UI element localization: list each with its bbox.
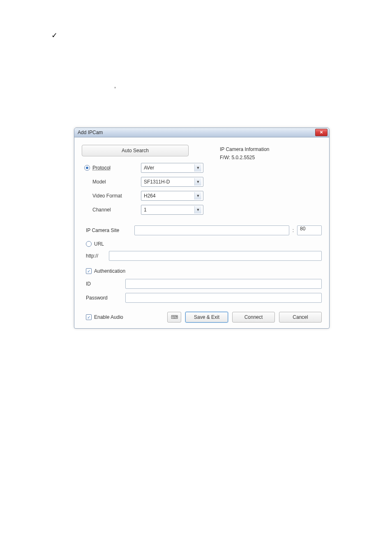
enable-audio-checkbox[interactable]: ✓ xyxy=(86,314,92,320)
channel-label: Channel xyxy=(82,207,141,213)
video-format-value: H264 xyxy=(144,193,156,199)
save-exit-button[interactable]: Save & Exit xyxy=(185,312,228,323)
chevron-down-icon: ▼ xyxy=(194,178,201,186)
channel-select[interactable]: 1 ▼ xyxy=(141,205,203,215)
video-format-select[interactable]: H264 ▼ xyxy=(141,191,203,201)
save-exit-label: Save & Exit xyxy=(194,314,219,320)
connect-label: Connect xyxy=(244,314,263,320)
authentication-checkbox[interactable]: ✓ xyxy=(86,268,92,274)
password-input[interactable] xyxy=(125,293,322,303)
id-input[interactable] xyxy=(125,279,322,289)
chevron-down-icon: ▼ xyxy=(194,164,201,172)
id-label: ID xyxy=(86,281,125,287)
connect-button[interactable]: Connect xyxy=(232,312,275,323)
http-prefix: http:// xyxy=(86,253,106,259)
url-label: URL xyxy=(94,241,104,247)
model-value: SF1311H-D xyxy=(144,179,170,185)
protocol-select[interactable]: AVer ▼ xyxy=(141,163,203,173)
ip-camera-site-label: IP Camera Site xyxy=(82,227,134,233)
add-ipcam-dialog: Add IPCam ✕ Auto Search Protocol AVer ▼ xyxy=(74,128,330,329)
video-format-label: Video Format xyxy=(82,193,141,199)
channel-value: 1 xyxy=(144,207,147,213)
firmware-version: F/W: 5.0.2.5525 xyxy=(220,155,322,160)
port-input[interactable]: 80 xyxy=(297,225,322,235)
check-icon: ✓ xyxy=(51,31,58,40)
protocol-value: AVer xyxy=(144,165,154,171)
password-label: Password xyxy=(86,295,125,301)
keyboard-icon: ⌨ xyxy=(171,314,178,320)
auto-search-label: Auto Search xyxy=(122,148,149,153)
ip-camera-info-title: IP Camera Information xyxy=(220,146,322,152)
enable-audio-label: Enable Audio xyxy=(94,314,123,320)
keyboard-button[interactable]: ⌨ xyxy=(167,312,181,323)
url-input[interactable] xyxy=(109,251,322,261)
dialog-title: Add IPCam xyxy=(78,130,315,135)
ip-camera-site-input[interactable] xyxy=(134,225,289,235)
model-label: Model xyxy=(82,179,141,185)
protocol-label: Protocol xyxy=(92,165,111,171)
close-icon: ✕ xyxy=(320,130,323,135)
port-colon: : xyxy=(293,227,294,233)
comma-decor: , xyxy=(114,82,116,89)
cancel-label: Cancel xyxy=(293,314,308,320)
url-radio[interactable] xyxy=(86,241,92,247)
auto-search-button[interactable]: Auto Search xyxy=(82,145,189,156)
authentication-label: Authentication xyxy=(94,268,125,274)
model-select[interactable]: SF1311H-D ▼ xyxy=(141,177,203,187)
close-button[interactable]: ✕ xyxy=(315,129,327,136)
chevron-down-icon: ▼ xyxy=(194,192,201,200)
titlebar: Add IPCam ✕ xyxy=(74,128,329,137)
protocol-radio[interactable] xyxy=(84,165,90,171)
chevron-down-icon: ▼ xyxy=(194,206,201,214)
cancel-button[interactable]: Cancel xyxy=(279,312,322,323)
